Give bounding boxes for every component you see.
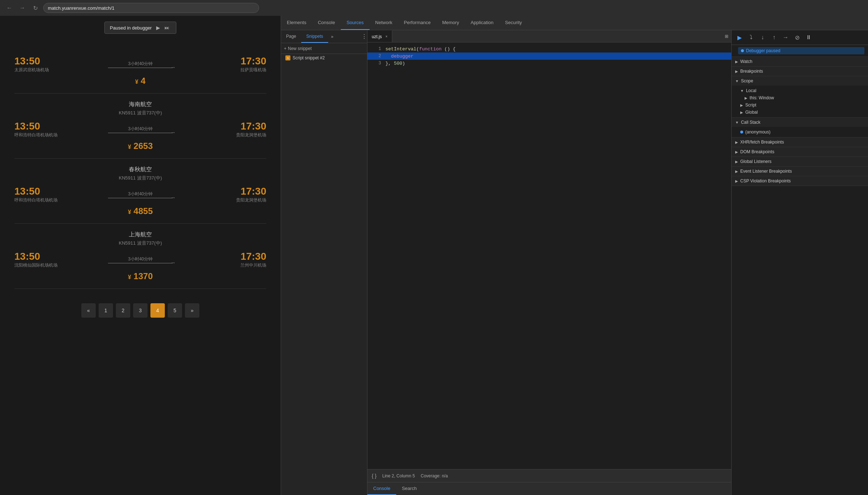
- flight-middle: 3小时40分钟: [58, 191, 223, 198]
- console-tab-console[interactable]: Console: [367, 482, 396, 495]
- price: ¥ 1370: [14, 271, 266, 281]
- page-4-btn[interactable]: 4: [150, 303, 165, 318]
- flight-middle: 3小时40分钟: [58, 126, 223, 133]
- flight-times: 13:50 沈阳桃仙国际机场机场 3小时40分钟 17:30 兰州中川机场: [14, 251, 266, 268]
- sidebar-tab-page[interactable]: Page: [281, 30, 301, 43]
- page-3-btn[interactable]: 3: [133, 303, 148, 318]
- deactivate-breakpoints-btn[interactable]: ⊘: [792, 32, 802, 42]
- step-btn[interactable]: ⏭: [163, 24, 171, 31]
- sidebar-tab-more[interactable]: »: [328, 30, 336, 43]
- devtools-tabs: Elements Console Sources Network Perform…: [281, 16, 868, 30]
- url-text: match.yuanrenxue.com/match/1: [48, 5, 114, 11]
- scope-section-header[interactable]: ▼ Scope: [732, 76, 868, 86]
- devtools-bottom-bar: { } Line 2, Column 5 Coverage: n/a: [367, 469, 731, 482]
- arrive-airport: 贵阳龙洞堡机场: [223, 132, 266, 138]
- scope-section: ▼ Scope ▼ Local ▶ this: Window ▶ Script: [732, 76, 868, 118]
- price-amount: 4855: [134, 206, 153, 216]
- paused-label: Debugger paused: [746, 48, 780, 53]
- address-bar[interactable]: match.yuanrenxue.com/match/1: [43, 3, 259, 13]
- dom-chevron: ▶: [735, 150, 738, 154]
- csp-violation-header[interactable]: ▶ CSP Violation Breakpoints: [732, 176, 868, 186]
- flight-list: 13:50 太原武宿机场机场 3小时40分钟 17:30 拉萨贡嘎机场 ¥ 4 …: [0, 37, 281, 296]
- duration: 3小时40分钟: [128, 61, 153, 67]
- page-2-btn[interactable]: 2: [116, 303, 130, 318]
- depart-airport: 太原武宿机场机场: [14, 67, 58, 73]
- step-btn[interactable]: →: [781, 32, 791, 42]
- step-over-btn[interactable]: ⤵: [746, 32, 756, 42]
- tab-sources[interactable]: Sources: [341, 16, 370, 30]
- scope-global-item[interactable]: ▶ Global: [732, 109, 868, 116]
- new-snippet-btn[interactable]: + New snippet: [284, 46, 312, 51]
- price-symbol: ¥: [128, 274, 131, 280]
- format-btn[interactable]: { }: [372, 473, 376, 479]
- snippet-item[interactable]: S Script snippet #2: [281, 54, 367, 62]
- arrive-time: 17:30: [223, 55, 266, 67]
- sidebar-toolbar: + New snippet: [281, 43, 367, 54]
- code-line-1: 1 setInterval(function () {: [367, 45, 731, 53]
- pause-on-exception-btn[interactable]: ⏸: [804, 32, 814, 42]
- callstack-anonymous-item[interactable]: (anonymous): [732, 128, 868, 136]
- refresh-button[interactable]: ↻: [30, 3, 40, 13]
- code-tab-pin[interactable]: ⊞: [722, 34, 731, 39]
- sidebar-tab-snippets[interactable]: Snippets: [301, 30, 328, 43]
- global-listeners-label: Global Listeners: [740, 159, 772, 164]
- csp-violation-chevron: ▶: [735, 179, 738, 183]
- depart-time: 13:50: [14, 55, 58, 67]
- scope-script-item[interactable]: ▶ Script: [732, 101, 868, 109]
- page-next-btn[interactable]: »: [185, 303, 199, 318]
- debug-banner: Paused in debugger ▶ ⏭: [104, 22, 176, 34]
- duration: 3小时40分钟: [128, 256, 153, 262]
- callstack-section-header[interactable]: ▼ Call Stack: [732, 118, 868, 127]
- watch-section-header[interactable]: ▶ Watch: [732, 57, 868, 66]
- code-tab-close-btn[interactable]: ×: [385, 35, 388, 38]
- debugger-panel: ▶ ⤵ ↓ ↑ → ⊘ ⏸ Debugger paused ▶ Watch: [731, 30, 868, 495]
- resume-execution-btn[interactable]: ▶: [734, 32, 745, 42]
- step-out-btn[interactable]: ↑: [769, 32, 779, 42]
- page-prev-btn[interactable]: «: [81, 303, 96, 318]
- global-listeners-chevron: ▶: [735, 160, 738, 164]
- dom-section-header[interactable]: ▶ DOM Breakpoints: [732, 147, 868, 156]
- duration: 3小时40分钟: [128, 126, 153, 132]
- page-1-btn[interactable]: 1: [99, 303, 113, 318]
- breakpoints-section: ▶ Breakpoints: [732, 67, 868, 76]
- resume-btn[interactable]: ▶: [155, 24, 162, 31]
- tab-security[interactable]: Security: [499, 16, 528, 30]
- back-button[interactable]: ←: [4, 3, 14, 13]
- watch-section: ▶ Watch: [732, 57, 868, 67]
- this-arrow: ▶: [745, 96, 747, 100]
- price-symbol: ¥: [135, 79, 139, 85]
- tab-network[interactable]: Network: [370, 16, 398, 30]
- arrive-airport: 贵阳龙洞堡机场: [223, 197, 266, 203]
- pause-controls: ▶ ⏭: [155, 24, 171, 31]
- sidebar-kebab-btn[interactable]: ⋮: [361, 30, 367, 43]
- event-listener-header[interactable]: ▶ Event Listener Breakpoints: [732, 167, 868, 176]
- console-tab-search[interactable]: Search: [396, 482, 422, 495]
- arrow-line: [108, 198, 173, 198]
- line-number: 1: [370, 46, 381, 51]
- tab-memory[interactable]: Memory: [437, 16, 465, 30]
- global-listeners-header[interactable]: ▶ Global Listeners: [732, 157, 868, 166]
- tab-performance[interactable]: Performance: [398, 16, 436, 30]
- code-editor: uzt.js × ⊞ 1 setInterval(function () { 2…: [367, 30, 731, 495]
- scope-local-item[interactable]: ▼ Local: [732, 87, 868, 94]
- callstack-content: (anonymous): [732, 127, 868, 137]
- code-text: setInterval(function () {: [385, 46, 456, 52]
- tab-console[interactable]: Console: [312, 16, 341, 30]
- depart-time: 13:50: [14, 186, 58, 197]
- price: ¥ 4855: [14, 206, 266, 216]
- tab-application[interactable]: Application: [465, 16, 499, 30]
- scope-this-item[interactable]: ▶ this: Window: [732, 94, 868, 101]
- line-number: 3: [370, 61, 381, 66]
- breakpoints-section-header[interactable]: ▶ Breakpoints: [732, 67, 868, 76]
- paused-dot: [741, 49, 744, 52]
- tab-elements[interactable]: Elements: [281, 16, 312, 30]
- step-into-btn[interactable]: ↓: [758, 32, 768, 42]
- csp-violation-section: ▶ CSP Violation Breakpoints: [732, 176, 868, 186]
- code-content[interactable]: 1 setInterval(function () { 2 debugger 3…: [367, 42, 731, 469]
- flight-card: 上海航空 KN5911 波音737(中) 13:50 沈阳桃仙国际机场机场 3小…: [14, 224, 266, 289]
- xhr-section-header[interactable]: ▶ XHR/fetch Breakpoints: [732, 137, 868, 147]
- code-tab-uztjs[interactable]: uzt.js ×: [367, 30, 392, 42]
- price-amount: 2653: [134, 141, 153, 151]
- page-5-btn[interactable]: 5: [168, 303, 182, 318]
- forward-button[interactable]: →: [17, 3, 27, 13]
